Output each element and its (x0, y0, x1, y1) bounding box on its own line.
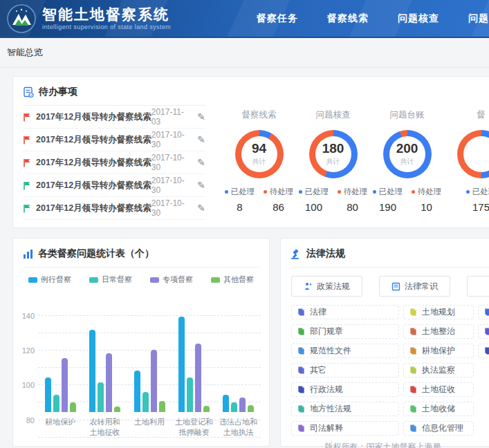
gridline: 0 (38, 437, 261, 438)
y-tick-label: 140 (22, 312, 35, 320)
edit-icon[interactable]: ✎ (197, 111, 205, 122)
nav-item[interactable]: 督察线索 (327, 12, 369, 25)
edit-icon[interactable]: ✎ (197, 157, 205, 168)
law-item[interactable]: 规范性文件 (291, 344, 399, 358)
bar[interactable] (223, 395, 229, 412)
book-icon (409, 404, 418, 413)
todo-row[interactable]: 2017年12月领导转办督察线索2017-10-30✎ (23, 197, 205, 220)
processed-value: 100 (299, 201, 329, 213)
bar[interactable] (134, 371, 140, 412)
pending: 待处理80 (338, 187, 368, 213)
bar[interactable] (159, 401, 165, 412)
bar-group (38, 358, 82, 412)
law-item[interactable]: 土地征收 (403, 382, 474, 397)
law-item[interactable]: 土地规划 (403, 305, 474, 319)
legend-item[interactable]: 专项督察 (150, 274, 193, 285)
law-item[interactable]: 执法监察 (403, 363, 474, 377)
bar[interactable] (89, 330, 95, 412)
todo-row[interactable]: 2017年12月领导转办督察线索2017-11-03✎ (23, 106, 205, 129)
gauge-total-label: 共计 (400, 157, 414, 167)
gridline: 20 (38, 420, 261, 420)
gauge-title: 问题台账 (370, 109, 444, 121)
todo-row[interactable]: 2017年12月领导转办督察线索2017-10-30✎ (23, 151, 205, 174)
bar[interactable] (62, 358, 68, 412)
pending-value: 10 (412, 201, 442, 213)
law-item[interactable]: 法律 (291, 305, 399, 319)
breadcrumb-bar: 智能总览 (0, 38, 489, 68)
law-item[interactable]: 司法解释 (291, 421, 399, 436)
edit-icon[interactable]: ✎ (197, 203, 205, 214)
bar[interactable] (178, 317, 185, 412)
todo-panel: 待办事项 2017年12月领导转办督察线索2017-11-03✎ 2017年12… (13, 77, 215, 227)
law-item[interactable] (478, 344, 489, 358)
processed: 已处理190 (373, 187, 403, 213)
bar-chart-title: 各类督察问题统计表（个） (38, 248, 154, 260)
legend-item[interactable]: 日常督察 (89, 274, 132, 285)
book-icon (297, 424, 306, 433)
law-card: 法律法规 政策法规 法律常识 法律 土地规划 部门规章 土地整治 规范性文件 耕… (280, 238, 489, 447)
todo-item-date: 2017-10-30 (151, 198, 190, 218)
bar-chart: 020406080100120140 耕地保护农转用和 土地征收土地利用土地登记… (19, 290, 261, 438)
bar-group (127, 350, 172, 413)
bar[interactable] (98, 382, 104, 412)
nav-item[interactable]: 督察任务 (257, 12, 298, 25)
bar-group (216, 395, 261, 412)
y-tick-label: 120 (22, 346, 35, 355)
law-item[interactable] (478, 324, 489, 339)
processed: 已处理175 (466, 187, 489, 213)
gauges-panel: 督察线索94共计已处理8待处理86问题核查180共计已处理100待处理80问题台… (215, 77, 489, 227)
book-icon (297, 308, 306, 317)
law-tab-法律常识[interactable]: 法律常识 (379, 276, 450, 297)
bar[interactable] (239, 398, 246, 412)
legend-item[interactable]: 其他督察 (211, 274, 254, 285)
bar[interactable] (106, 353, 112, 412)
chart-bars (38, 290, 261, 412)
gavel-icon (290, 249, 302, 259)
processed: 已处理8 (225, 187, 255, 213)
bar[interactable] (45, 377, 51, 412)
gauge-total-value: 94 (252, 142, 266, 155)
law-item[interactable]: 地方性法规 (291, 402, 399, 416)
law-item[interactable]: 其它 (291, 363, 399, 377)
donut-center: 180共计 (309, 130, 358, 178)
todo-row[interactable]: 2017年12月领导转办督察线索2017-10-30✎ (23, 129, 205, 151)
law-item[interactable]: 部门规章 (291, 324, 399, 339)
law-item[interactable] (478, 305, 489, 319)
edit-icon[interactable]: ✎ (197, 180, 205, 191)
bar[interactable] (231, 402, 237, 412)
processed-label: 已处理 (225, 187, 255, 197)
law-tab-政策法规[interactable]: 政策法规 (291, 276, 362, 297)
law-item[interactable]: 土地收储 (403, 402, 474, 416)
bar[interactable] (151, 350, 157, 413)
todo-row[interactable]: 2017年12月领导转办督察线索2017-10-30✎ (23, 174, 205, 197)
bar[interactable] (203, 406, 210, 412)
legend-swatch-icon (211, 277, 220, 283)
bar[interactable] (195, 344, 201, 412)
bar[interactable] (70, 402, 76, 412)
bar[interactable] (248, 405, 254, 412)
bar[interactable] (114, 407, 120, 412)
pending: 待处理86 (264, 187, 294, 213)
law-item[interactable]: 耕地保护 (403, 344, 474, 358)
overview-card: 待办事项 2017年12月领导转办督察线索2017-11-03✎ 2017年12… (12, 76, 489, 228)
nav-item[interactable]: 问题核查 (398, 12, 439, 25)
law-item[interactable]: 土地整治 (403, 324, 474, 339)
app-logo-icon (7, 4, 36, 33)
pending-label: 待处理 (264, 187, 294, 197)
processed-label: 已处理 (299, 187, 329, 197)
edit-icon[interactable]: ✎ (197, 134, 205, 145)
pending-value: 86 (264, 201, 294, 213)
bar[interactable] (53, 395, 59, 412)
nav-item[interactable]: 问题 (468, 12, 489, 25)
processed-value: 190 (373, 201, 403, 213)
law-tab-more[interactable] (467, 276, 489, 297)
legend-item[interactable]: 例行督察 (28, 274, 71, 285)
book-icon (297, 327, 306, 336)
law-item[interactable]: 行政法规 (291, 382, 399, 397)
bar[interactable] (142, 392, 149, 412)
todo-item-date: 2017-10-30 (151, 130, 190, 149)
bar[interactable] (187, 377, 193, 412)
pending: 待处理10 (412, 187, 442, 213)
processed-value: 8 (225, 201, 255, 213)
law-item[interactable]: 信息化管理 (403, 421, 474, 436)
